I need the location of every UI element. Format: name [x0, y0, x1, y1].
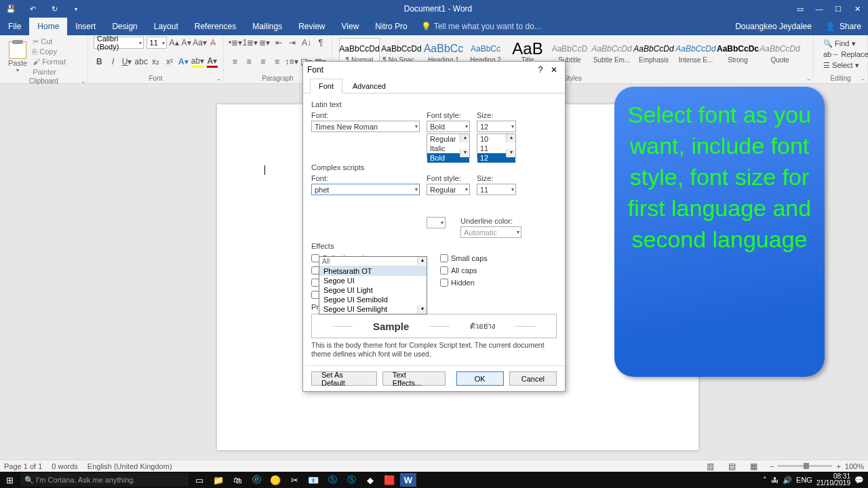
app2-icon[interactable]: 🟥	[381, 473, 397, 487]
chk-all-caps[interactable]: All caps	[440, 266, 488, 274]
font-opt-phetsarath[interactable]: Phetsarath OT	[319, 266, 427, 276]
align-center-icon[interactable]: ≡	[243, 56, 255, 68]
maximize-icon[interactable]: ☐	[830, 2, 846, 16]
taskview-icon[interactable]: ▭	[191, 473, 208, 487]
close-icon[interactable]: ✕	[849, 2, 865, 16]
word-icon[interactable]: W	[400, 473, 416, 487]
subscript-icon[interactable]: x₂	[150, 56, 161, 68]
latin-style-list[interactable]: Regular Italic Bold ▴ ▾	[427, 134, 470, 158]
sort-icon[interactable]: A↓	[301, 37, 313, 49]
latin-font-combo[interactable]: Times New Roman	[311, 121, 420, 132]
tab-mailings[interactable]: Mailings	[244, 18, 290, 35]
status-page[interactable]: Page 1 of 1	[4, 462, 42, 470]
bold-icon[interactable]: B	[94, 56, 104, 68]
dialog-help-icon[interactable]: ?	[534, 65, 547, 75]
paste-button[interactable]: Paste▾	[5, 40, 30, 75]
status-words[interactable]: 0 words	[52, 462, 78, 470]
qat-more-icon[interactable]: ▾	[68, 2, 84, 16]
grow-font-icon[interactable]: A▴	[170, 37, 179, 49]
explorer-icon[interactable]: 📁	[210, 473, 226, 487]
save-icon[interactable]: 💾	[3, 2, 19, 16]
dec-indent-icon[interactable]: ⇤	[273, 37, 285, 49]
tray-lang[interactable]: ENG	[796, 476, 812, 484]
line-spacing-icon[interactable]: ↕≡▾	[285, 56, 298, 68]
chrome-icon[interactable]: 🟡	[267, 473, 283, 487]
tab-view[interactable]: View	[334, 18, 368, 35]
font-opt-segoe-semibold[interactable]: Segoe UI Semibold	[319, 295, 427, 304]
undo-icon[interactable]: ↶	[24, 2, 41, 16]
inc-indent-icon[interactable]: ⇥	[287, 37, 298, 49]
outlook-icon[interactable]: 📧	[305, 473, 321, 487]
start-icon[interactable]: ⊞	[1, 473, 18, 487]
latin-style-combo[interactable]: Bold	[427, 121, 470, 132]
view-print-icon[interactable]: ▤	[726, 460, 738, 472]
style-subtle-em-[interactable]: AaBbCcDdSubtle Em...	[591, 38, 632, 72]
italic-icon[interactable]: I	[107, 56, 118, 68]
redo-icon[interactable]: ↻	[46, 2, 62, 16]
chk-hidden[interactable]: Hidden	[440, 279, 488, 287]
font-opt-segoe-semilight[interactable]: Segoe UI Semilight	[319, 304, 427, 314]
change-case-icon[interactable]: Aa▾	[194, 37, 206, 49]
ribbon-display-icon[interactable]: ▭	[792, 2, 808, 16]
tab-references[interactable]: References	[186, 18, 244, 35]
ok-button[interactable]: OK	[456, 371, 504, 386]
bullets-icon[interactable]: •≣▾	[229, 37, 241, 49]
tray-vol-icon[interactable]: 🔊	[783, 476, 792, 485]
justify-icon[interactable]: ≡	[271, 56, 283, 68]
complex-size-combo[interactable]: 11	[477, 184, 516, 195]
tab-design[interactable]: Design	[104, 18, 145, 35]
tell-me[interactable]: 💡Tell me what you want to do...	[416, 18, 729, 35]
text-effects-button[interactable]: Text Effects...	[382, 371, 446, 386]
view-web-icon[interactable]: ▦	[748, 460, 760, 472]
tray-notif-icon[interactable]: 💬	[854, 476, 864, 485]
minimize-icon[interactable]: —	[811, 2, 827, 16]
app1-icon[interactable]: ◆	[362, 473, 378, 487]
style-intense-e-[interactable]: AaBbCcDdIntense E...	[675, 38, 716, 72]
find-button[interactable]: 🔍 Find ▾	[823, 38, 858, 49]
zoom-value[interactable]: 100%	[845, 462, 864, 470]
font-name-combo[interactable]: Calibri (Body)	[94, 37, 144, 49]
zoom-slider[interactable]: −+ 100%	[770, 462, 864, 470]
style-quote[interactable]: AaBbCcDdQuote	[760, 38, 800, 72]
tab-nitro[interactable]: Nitro Pro	[367, 18, 415, 35]
numbering-icon[interactable]: 1≣▾	[244, 37, 256, 49]
select-button[interactable]: ☰ Select ▾	[823, 60, 858, 70]
multilevel-icon[interactable]: ≣▾	[259, 37, 271, 49]
snip-icon[interactable]: ✂	[286, 473, 302, 487]
latin-size-combo[interactable]: 12	[477, 121, 516, 132]
tab-review[interactable]: Review	[290, 18, 333, 35]
complex-font-dropdown[interactable]: All Phetsarath OT Segoe UI Segoe UI Ligh…	[319, 256, 427, 314]
tab-home[interactable]: Home	[29, 18, 67, 35]
tab-file[interactable]: File	[0, 18, 29, 35]
format-painter-button[interactable]: 🖌 Format Painter	[33, 57, 82, 77]
highlight-icon[interactable]: ab▾	[192, 56, 204, 68]
cortana-search[interactable]: 🔍 I'm Cortana. Ask me anything.	[20, 473, 189, 487]
cut-button[interactable]: ✂ Cut	[33, 37, 82, 47]
share-button[interactable]: 👤Share	[818, 18, 868, 35]
dialog-tab-advanced[interactable]: Advanced	[344, 79, 395, 94]
complex-font-combo[interactable]: phet	[311, 184, 420, 195]
skype-icon[interactable]: Ⓢ	[324, 473, 340, 487]
cancel-button[interactable]: Cancel	[509, 371, 557, 386]
clear-format-icon[interactable]: A̶	[209, 37, 218, 49]
dialog-tab-font[interactable]: Font	[310, 79, 342, 94]
tray-net-icon[interactable]: 🖧	[771, 476, 778, 484]
font-size-combo[interactable]: 11	[146, 37, 167, 49]
copy-button[interactable]: ⎘ Copy	[33, 47, 82, 57]
set-default-button[interactable]: Set As Default	[311, 371, 377, 386]
underline-icon[interactable]: U▾	[121, 56, 132, 68]
font-opt-segoe[interactable]: Segoe UI	[319, 276, 427, 285]
show-marks-icon[interactable]: ¶	[315, 37, 326, 49]
ie-icon[interactable]: ⓔ	[248, 473, 264, 487]
shrink-font-icon[interactable]: A▾	[182, 37, 191, 49]
strike-icon[interactable]: abc	[135, 56, 147, 68]
align-left-icon[interactable]: ≡	[229, 56, 241, 68]
tray-up-icon[interactable]: ˄	[763, 476, 767, 485]
dialog-close-icon[interactable]: ✕	[547, 65, 561, 75]
superscript-icon[interactable]: x²	[164, 56, 175, 68]
status-lang[interactable]: English (United Kingdom)	[87, 462, 172, 470]
align-right-icon[interactable]: ≡	[258, 56, 269, 68]
view-read-icon[interactable]: ▥	[705, 460, 717, 472]
store-icon[interactable]: 🛍	[229, 473, 245, 487]
chk-small-caps[interactable]: Small caps	[440, 254, 488, 262]
